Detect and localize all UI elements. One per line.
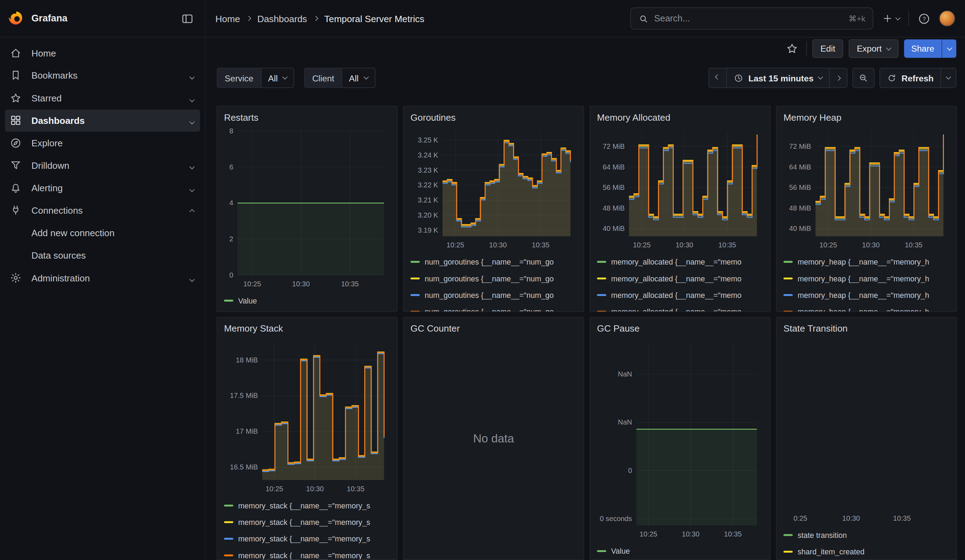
legend-item[interactable]: memory_allocated {__name__="memo [597, 254, 763, 270]
sidebar-item-label: Connections [31, 205, 82, 216]
legend-item[interactable]: memory_stack {__name__="memory_s [224, 514, 390, 530]
svg-text:10:30: 10:30 [489, 241, 507, 249]
share-options-button[interactable] [942, 39, 956, 58]
series-swatch [783, 294, 793, 296]
breadcrumb-separator-icon [313, 16, 318, 21]
panel-title[interactable]: Memory Stack [224, 322, 390, 335]
legend-item[interactable]: state transition [783, 527, 950, 543]
sidebar-item-alerting[interactable]: Alerting [5, 176, 200, 199]
legend-item[interactable]: memory_allocated {__name__="memo [597, 287, 763, 303]
legend-item[interactable]: Value [224, 292, 390, 309]
panel-title[interactable]: Memory Heap [783, 111, 950, 124]
svg-text:10:35: 10:35 [341, 280, 359, 288]
client-filter: Client All [304, 68, 375, 88]
time-forward-button[interactable] [829, 68, 847, 88]
svg-text:48 MiB: 48 MiB [789, 204, 811, 212]
panel-title[interactable]: Memory Allocated [597, 111, 763, 124]
favorite-star-button[interactable] [783, 40, 801, 57]
legend-item[interactable]: memory_stack {__name__="memory_s [224, 531, 390, 547]
panel-title[interactable]: GC Pause [597, 322, 763, 335]
legend-item[interactable]: memory_allocated {__name__="memo [597, 304, 763, 312]
breadcrumb-home[interactable]: Home [216, 13, 240, 24]
legend: Value [597, 543, 763, 559]
chevron-left-icon [715, 74, 720, 80]
svg-text:56 MiB: 56 MiB [789, 183, 811, 191]
breadcrumb-separator-icon [246, 16, 251, 21]
sidebar-item-data-sources[interactable]: Data sources [5, 244, 200, 266]
svg-text:3.19 K: 3.19 K [417, 226, 438, 234]
sidebar-item-drilldown[interactable]: Drilldown [5, 154, 200, 176]
gc-counter-chart[interactable]: No data [411, 337, 577, 540]
chevron-down-icon [818, 74, 823, 80]
service-filter-value[interactable]: All [261, 68, 294, 88]
legend-item[interactable]: num_goroutines {__name__="num_go [411, 270, 577, 287]
legend-item[interactable]: memory_allocated {__name__="memo [597, 270, 763, 287]
memory-heap-chart[interactable]: 72 MiB64 MiB56 MiB48 MiB40 MiB10:2510:30… [783, 126, 950, 253]
legend: Value [224, 292, 390, 309]
breadcrumb-current: Temporal Server Metrics [324, 13, 424, 24]
dashboard-main: Edit Export Share [206, 38, 965, 560]
refresh-interval-button[interactable] [940, 68, 957, 88]
share-button[interactable]: Share [904, 39, 942, 58]
sidebar-item-explore[interactable]: Explore [5, 132, 200, 154]
panel-title[interactable]: Restarts [224, 111, 390, 124]
breadcrumb-dashboards[interactable]: Dashboards [257, 13, 307, 24]
legend-item[interactable]: memory_heap {__name__="memory_h [783, 287, 950, 303]
series-swatch [411, 261, 420, 263]
sidebar-toggle-icon[interactable] [178, 10, 196, 28]
panel-goroutines: Goroutines 3.25 K3.24 K3.23 K3.22 K3.21 … [403, 106, 584, 312]
time-range-picker[interactable]: Last 15 minutes [726, 68, 829, 88]
legend-item[interactable]: memory_heap {__name__="memory_h [783, 254, 950, 270]
client-filter-value[interactable]: All [342, 68, 375, 88]
grafana-logo-icon[interactable] [9, 11, 25, 27]
svg-text:3.25 K: 3.25 K [417, 136, 438, 144]
legend-label: memory_stack {__name__="memory_s [238, 501, 370, 510]
legend-item[interactable]: memory_stack {__name__="memory_s [224, 547, 390, 560]
legend-item[interactable]: Value [597, 543, 763, 559]
sidebar-item-add-new-connection[interactable]: Add new connection [5, 221, 200, 244]
legend-item[interactable]: memory_heap {__name__="memory_h [783, 304, 950, 312]
sidebar-item-bookmarks[interactable]: Bookmarks [5, 64, 200, 87]
legend-item[interactable]: num_goroutines {__name__="num_go [411, 304, 577, 312]
sidebar-item-home[interactable]: Home [5, 42, 200, 64]
series-swatch [597, 310, 606, 312]
state-transition-chart[interactable]: 0:2510:3010:35 [783, 337, 950, 526]
memory-allocated-chart[interactable]: 72 MiB64 MiB56 MiB48 MiB40 MiB10:2510:30… [597, 126, 763, 253]
legend-label: memory_stack {__name__="memory_s [238, 518, 370, 527]
legend-item[interactable]: memory_heap {__name__="memory_h [783, 270, 950, 287]
chevron-down-icon [946, 74, 951, 80]
refresh-button[interactable]: Refresh [879, 68, 941, 88]
time-back-button[interactable] [708, 68, 727, 88]
svg-text:10:30: 10:30 [306, 485, 324, 493]
chevron-down-icon [283, 74, 288, 80]
sidebar-item-administration[interactable]: Administration [5, 266, 200, 289]
export-button[interactable]: Export [849, 39, 898, 58]
legend-item[interactable]: shard_item_created [783, 544, 950, 560]
edit-button[interactable]: Edit [812, 39, 843, 58]
help-button[interactable]: ? [915, 10, 933, 28]
sidebar-item-connections[interactable]: Connections [5, 199, 200, 221]
goroutines-chart[interactable]: 3.25 K3.24 K3.23 K3.22 K3.21 K3.20 K3.19… [411, 126, 577, 253]
user-avatar[interactable] [939, 11, 955, 27]
chevron-down-icon [190, 74, 195, 80]
star-icon [10, 92, 21, 104]
panel-title[interactable]: Goroutines [411, 111, 577, 124]
legend-item[interactable]: num_goroutines {__name__="num_go [411, 287, 577, 303]
legend-item[interactable]: num_goroutines {__name__="num_go [411, 254, 577, 270]
memory-stack-chart[interactable]: 18 MiB17.5 MiB17 MiB16.5 MiB10:2510:3010… [224, 337, 390, 496]
svg-text:0: 0 [628, 467, 632, 474]
sidebar-item-starred[interactable]: Starred [5, 87, 200, 109]
search-input[interactable]: Search... ⌘+k [630, 7, 873, 29]
panel-title[interactable]: GC Counter [411, 322, 577, 335]
legend-item[interactable]: memory_stack {__name__="memory_s [224, 497, 390, 514]
sidebar-item-dashboards[interactable]: Dashboards [5, 109, 200, 132]
series-swatch [783, 278, 793, 280]
add-new-button[interactable] [879, 11, 902, 27]
gc-pause-chart[interactable]: NaNNaN00 seconds10:2510:3010:35 [597, 337, 763, 541]
restarts-chart[interactable]: 8642010:2510:3010:35 [224, 126, 390, 291]
bookmark-icon [10, 70, 21, 82]
zoom-out-button[interactable] [852, 68, 875, 88]
svg-text:16.5 MiB: 16.5 MiB [230, 463, 258, 471]
panel-title[interactable]: State Transition [783, 322, 950, 335]
legend-label: memory_heap {__name__="memory_h [798, 307, 929, 312]
